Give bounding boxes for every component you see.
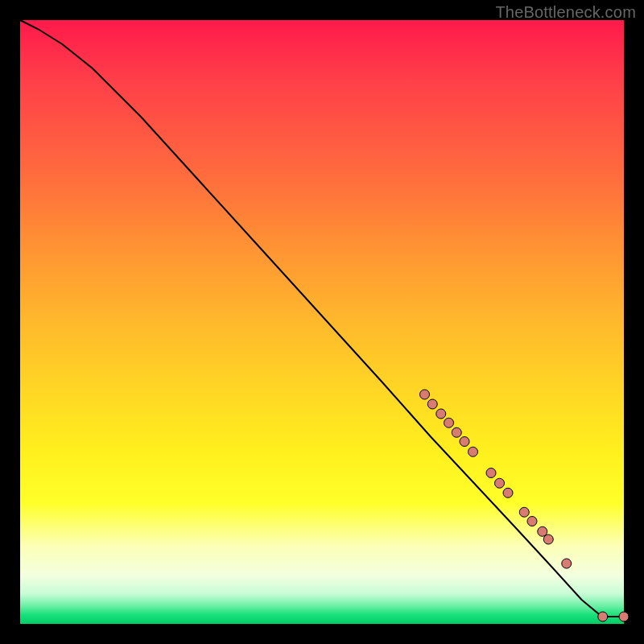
data-marker (444, 418, 454, 427)
chart-svg (20, 20, 624, 624)
data-marker (427, 399, 437, 409)
chart-stage: TheBottleneck.com (0, 0, 644, 644)
data-marker (503, 488, 513, 497)
data-marker (562, 559, 572, 568)
curve-line (20, 20, 624, 617)
plot-area (20, 20, 624, 624)
data-marker (460, 437, 469, 447)
data-marker (420, 390, 430, 399)
data-marker (519, 507, 529, 517)
data-marker (452, 427, 461, 437)
data-marker (543, 535, 553, 544)
data-marker (527, 517, 537, 526)
data-marker (486, 469, 496, 478)
data-marker (469, 447, 478, 456)
marker-layer (420, 390, 629, 621)
attribution-label: TheBottleneck.com (495, 3, 636, 22)
data-marker (598, 612, 608, 621)
data-marker (495, 478, 505, 488)
data-marker (436, 409, 446, 419)
data-marker (619, 612, 629, 621)
